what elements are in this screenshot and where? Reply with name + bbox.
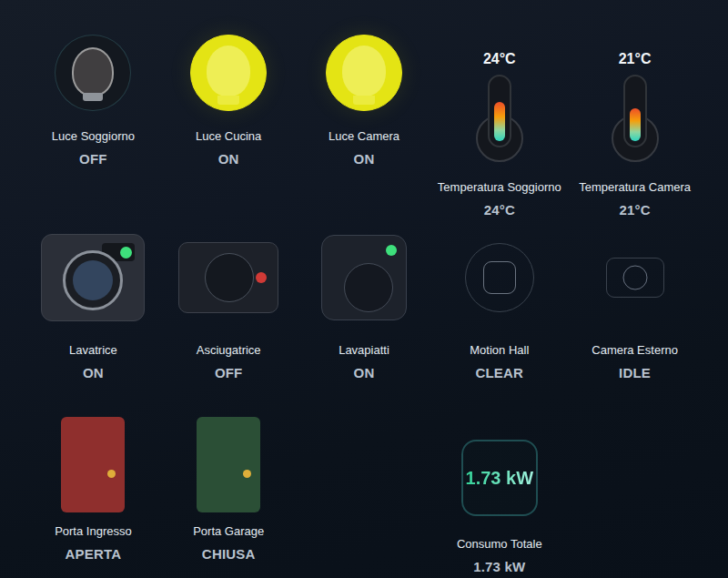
spacer [297, 417, 432, 574]
green-led-icon [386, 245, 397, 256]
door-closed-icon [197, 417, 260, 512]
tile-state: 24°C [484, 202, 515, 218]
row-lights-temps: Luce Soggiorno OFF Luce Cucina ON Luce C… [0, 0, 728, 218]
tile-state: 1.73 kW [473, 559, 525, 574]
tile-lavapiatti[interactable]: Lavapiatti ON [297, 230, 432, 380]
tile-label: Luce Cucina [196, 129, 261, 144]
tile-state: ON [354, 151, 375, 167]
dryer-icon [178, 242, 278, 313]
tile-label: Consumo Totale [457, 537, 542, 552]
dishwasher-icon [321, 235, 407, 320]
tile-state: IDLE [619, 365, 651, 380]
door-open-icon [61, 417, 125, 512]
tile-label: Asciugatrice [197, 343, 261, 358]
motion-sensor-icon [465, 243, 534, 312]
green-led-icon [120, 247, 132, 259]
tile-label: Luce Soggiorno [52, 129, 135, 144]
tile-state: CLEAR [475, 365, 523, 380]
power-value: 1.73 kW [466, 468, 533, 489]
tile-label: Motion Hall [470, 343, 529, 358]
tile-porta-ingresso[interactable]: Porta Ingresso APERTA [25, 417, 161, 574]
bulb-on-icon [190, 35, 267, 111]
tile-label: Luce Camera [329, 129, 399, 144]
thermometer-icon [608, 75, 662, 162]
washing-machine-icon [41, 234, 145, 321]
tile-luce-camera[interactable]: Luce Camera ON [297, 35, 432, 218]
dryer-door [205, 253, 254, 302]
tile-luce-soggiorno[interactable]: Luce Soggiorno OFF [25, 35, 161, 218]
tile-label: Temperatura Soggiorno [438, 180, 561, 195]
tile-state: ON [354, 365, 375, 380]
tile-label: Temperatura Camera [579, 180, 691, 195]
washer-door [63, 250, 123, 310]
temperature-value: 24°C [483, 51, 516, 67]
red-led-icon [256, 272, 267, 283]
tile-state: ON [83, 365, 104, 380]
camera-lens [622, 266, 647, 290]
bulb-on-icon [326, 35, 402, 111]
row-appliances-sensors: Lavatrice ON Asciugatrice OFF Lavapiatti… [0, 230, 728, 380]
door-knob-icon [107, 470, 116, 478]
tile-label: Camera Esterno [592, 343, 678, 358]
tile-label: Lavapiatti [339, 343, 389, 358]
tile-temperatura-camera[interactable]: 21°C Temperatura Camera 21°C [567, 35, 703, 218]
dishwasher-door [344, 263, 393, 312]
spacer [567, 417, 703, 574]
row-doors-power: Porta Ingresso APERTA Porta Garage CHIUS… [0, 417, 728, 574]
tile-state: ON [218, 151, 239, 167]
tile-state: 21°C [619, 202, 650, 218]
tile-temperatura-soggiorno[interactable]: 24°C Temperatura Soggiorno 24°C [431, 35, 567, 218]
thermometer-icon [472, 75, 527, 162]
tile-porta-garage[interactable]: Porta Garage CHIUSA [161, 417, 297, 574]
door-knob-icon [243, 470, 251, 478]
tile-state: APERTA [66, 546, 122, 562]
tile-motion-hall[interactable]: Motion Hall CLEAR [431, 230, 567, 380]
power-meter-icon: 1.73 kW [461, 440, 538, 516]
tile-luce-cucina[interactable]: Luce Cucina ON [161, 35, 297, 218]
bulb-off-icon [55, 35, 131, 111]
tile-lavatrice[interactable]: Lavatrice ON [25, 230, 161, 380]
tile-state: OFF [79, 151, 107, 167]
tile-consumo-totale[interactable]: 1.73 kW Consumo Totale 1.73 kW [431, 417, 567, 574]
tile-label: Porta Garage [193, 524, 264, 539]
camera-icon [606, 258, 664, 298]
tile-camera-esterno[interactable]: Camera Esterno IDLE [567, 230, 703, 380]
tile-label: Lavatrice [69, 343, 117, 358]
tile-asciugatrice[interactable]: Asciugatrice OFF [161, 230, 297, 380]
tile-label: Porta Ingresso [55, 524, 132, 539]
tile-state: CHIUSA [202, 546, 256, 562]
tile-state: OFF [215, 365, 243, 380]
temperature-value: 21°C [619, 51, 652, 67]
